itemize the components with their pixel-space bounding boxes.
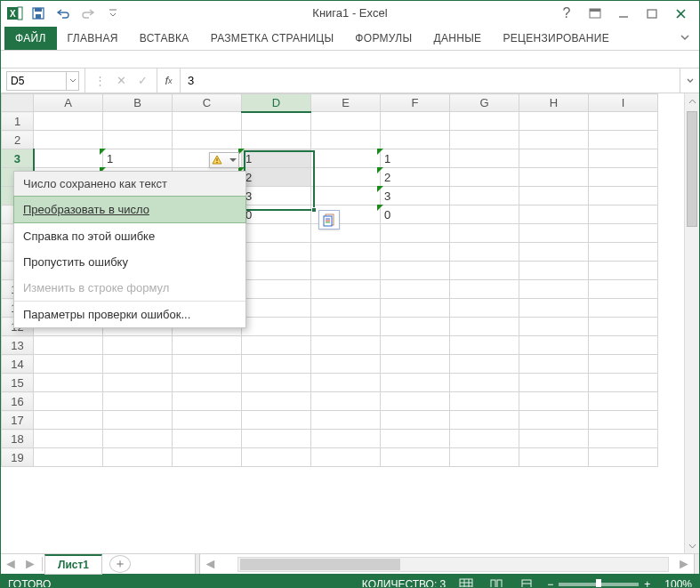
cell[interactable] <box>242 299 311 318</box>
cell[interactable] <box>242 392 311 411</box>
cell[interactable] <box>242 280 311 299</box>
view-normal-button[interactable] <box>456 576 476 589</box>
cell[interactable] <box>381 131 450 149</box>
context-menu-item-ignore[interactable]: Пропустить ошибку <box>14 249 245 275</box>
cell[interactable] <box>589 374 658 392</box>
cell[interactable] <box>519 224 589 243</box>
cell[interactable] <box>519 168 589 187</box>
cell[interactable] <box>311 131 381 149</box>
zoom-slider-knob[interactable] <box>596 579 601 589</box>
cell[interactable] <box>589 411 658 430</box>
ribbon-tab-home[interactable]: ГЛАВНАЯ <box>57 27 129 50</box>
cell[interactable] <box>173 448 242 467</box>
ribbon-tab-insert[interactable]: ВСТАВКА <box>129 27 200 50</box>
cell[interactable] <box>34 131 103 149</box>
column-header[interactable]: F <box>381 94 450 112</box>
cell[interactable] <box>519 149 589 168</box>
cell[interactable] <box>450 280 519 299</box>
view-page-break-button[interactable] <box>517 576 536 589</box>
row-header[interactable]: 16 <box>2 392 34 411</box>
sheet-tab-active[interactable]: Лист1 <box>44 554 102 575</box>
column-header[interactable]: G <box>450 94 519 112</box>
cell[interactable] <box>103 112 173 131</box>
ribbon-tab-pagelayout[interactable]: РАЗМЕТКА СТРАНИЦЫ <box>200 27 345 50</box>
enter-entry-button[interactable]: ✓ <box>132 68 153 93</box>
cell[interactable] <box>381 280 450 299</box>
cell[interactable] <box>103 131 173 149</box>
row-header[interactable]: 18 <box>2 430 34 448</box>
cell[interactable] <box>519 448 589 467</box>
cell[interactable] <box>242 112 311 131</box>
cell[interactable] <box>34 355 103 374</box>
cell[interactable] <box>450 392 519 411</box>
zoom-in-button[interactable]: + <box>644 578 650 589</box>
context-menu-item-convert[interactable]: Преобразовать в число <box>14 197 245 222</box>
cell[interactable]: 0 <box>242 205 311 224</box>
cell[interactable] <box>450 168 519 187</box>
qat-customize-dropdown[interactable] <box>102 4 124 23</box>
cell[interactable]: 1 <box>381 149 450 168</box>
cell[interactable] <box>450 224 519 243</box>
name-box[interactable] <box>6 71 67 91</box>
cell[interactable]: 2 <box>242 168 311 187</box>
cell[interactable]: 3 <box>381 187 450 205</box>
cell[interactable] <box>173 374 242 392</box>
redo-button[interactable] <box>77 4 99 23</box>
cell[interactable] <box>519 318 589 336</box>
cell[interactable] <box>34 112 103 131</box>
hscroll-left-button[interactable]: ◄ <box>200 554 220 574</box>
cell[interactable] <box>34 411 103 430</box>
cell[interactable] <box>34 336 103 355</box>
cell[interactable] <box>450 318 519 336</box>
cell[interactable] <box>381 299 450 318</box>
cell[interactable] <box>34 430 103 448</box>
ribbon-display-options-button[interactable] <box>583 4 607 23</box>
context-menu-item-error-options[interactable]: Параметры проверки ошибок... <box>14 302 245 327</box>
cell[interactable]: 0 <box>381 205 450 224</box>
formula-bar-expand-button[interactable] <box>680 68 699 93</box>
row-header[interactable]: 15 <box>2 374 34 392</box>
cell[interactable] <box>450 262 519 280</box>
paste-options-smarttag[interactable] <box>318 210 340 230</box>
sheet-nav-prev[interactable]: ◄ <box>1 554 20 574</box>
cell[interactable] <box>589 280 658 299</box>
cell[interactable] <box>242 131 311 149</box>
cell[interactable] <box>519 131 589 149</box>
row-header[interactable]: 2 <box>2 131 34 149</box>
cell[interactable] <box>311 243 381 262</box>
cell[interactable] <box>450 243 519 262</box>
name-box-dropdown[interactable] <box>67 71 79 91</box>
cell[interactable] <box>173 392 242 411</box>
cell[interactable] <box>311 299 381 318</box>
cancel-entry-button[interactable]: ✕ <box>110 68 132 93</box>
row-header[interactable]: 19 <box>2 448 34 467</box>
horizontal-scrollbar[interactable] <box>237 557 669 572</box>
cell[interactable] <box>311 448 381 467</box>
cell[interactable] <box>519 262 589 280</box>
cell[interactable] <box>519 299 589 318</box>
cell[interactable] <box>34 149 103 168</box>
cell[interactable] <box>519 243 589 262</box>
insert-function-button[interactable]: fx <box>157 68 181 93</box>
cell[interactable] <box>450 374 519 392</box>
cell[interactable] <box>103 392 173 411</box>
cell[interactable] <box>242 262 311 280</box>
row-header[interactable]: 3 <box>2 149 34 168</box>
cell[interactable] <box>519 205 589 224</box>
cell[interactable] <box>311 280 381 299</box>
cell[interactable] <box>519 411 589 430</box>
row-header[interactable]: 17 <box>2 411 34 430</box>
cell[interactable] <box>311 318 381 336</box>
cell[interactable] <box>519 374 589 392</box>
cell[interactable] <box>311 336 381 355</box>
close-button[interactable] <box>669 4 692 23</box>
cell[interactable] <box>311 374 381 392</box>
ribbon-tab-review[interactable]: РЕЦЕНЗИРОВАНИЕ <box>492 27 620 50</box>
cell[interactable] <box>381 112 450 131</box>
zoom-slider[interactable] <box>559 583 639 586</box>
cell[interactable] <box>173 131 242 149</box>
cell[interactable] <box>311 262 381 280</box>
cell[interactable] <box>242 318 311 336</box>
ribbon-collapse-button[interactable] <box>671 27 699 50</box>
cell[interactable] <box>519 392 589 411</box>
